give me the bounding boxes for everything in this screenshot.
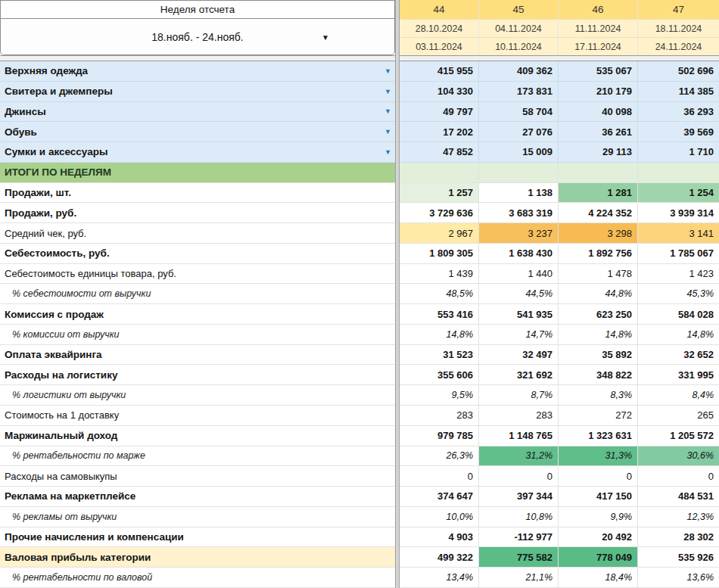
- filter-dropdown-icon[interactable]: ▼: [384, 107, 391, 115]
- row-label-cell[interactable]: Стоимость на 1 доставку: [0, 406, 395, 426]
- value-cell[interactable]: 535 926: [638, 547, 719, 568]
- value-cell[interactable]: 1 138: [479, 183, 559, 204]
- row-label-cell[interactable]: Прочие начисления и компенсации: [0, 527, 395, 548]
- value-cell[interactable]: 31,2%: [479, 446, 559, 467]
- category-value-cell[interactable]: 27 076: [479, 122, 559, 142]
- value-cell[interactable]: 32 497: [479, 345, 559, 366]
- category-value-cell[interactable]: 415 955: [400, 61, 479, 82]
- value-cell[interactable]: 1 423: [638, 264, 719, 285]
- value-cell[interactable]: 0: [559, 466, 638, 487]
- value-cell[interactable]: 553 416: [400, 304, 479, 325]
- value-cell[interactable]: 44,5%: [479, 284, 559, 304]
- row-label-cell[interactable]: Себестоимость, руб.: [0, 244, 395, 264]
- value-cell[interactable]: 9,5%: [400, 385, 479, 406]
- filter-dropdown-icon[interactable]: ▼: [384, 67, 391, 75]
- row-label-cell[interactable]: Валовая прибыль категории: [0, 547, 395, 568]
- category-value-cell[interactable]: 502 696: [638, 61, 719, 82]
- value-cell[interactable]: 1 892 756: [559, 244, 638, 264]
- value-cell[interactable]: 44,8%: [559, 284, 638, 304]
- totals-empty-cell[interactable]: [479, 163, 559, 183]
- value-cell[interactable]: 484 531: [638, 487, 719, 507]
- value-cell[interactable]: 321 692: [479, 365, 559, 385]
- category-value-cell[interactable]: 39 569: [638, 122, 719, 142]
- week-number-cell[interactable]: 44: [400, 0, 478, 19]
- category-value-cell[interactable]: 17 202: [400, 122, 479, 142]
- value-cell[interactable]: 1 478: [559, 264, 638, 285]
- category-label-cell[interactable]: Обувь▼: [0, 122, 395, 142]
- value-cell[interactable]: 0: [479, 466, 559, 487]
- filter-dropdown-icon[interactable]: ▼: [384, 128, 391, 135]
- row-label-cell[interactable]: Продажи, руб.: [0, 203, 395, 223]
- value-cell[interactable]: 355 606: [400, 365, 479, 385]
- value-cell[interactable]: 2 967: [400, 223, 479, 244]
- value-cell[interactable]: 8,3%: [559, 385, 638, 406]
- week-end-date-cell[interactable]: 10.11.2024: [479, 37, 558, 55]
- category-value-cell[interactable]: 535 067: [559, 61, 638, 82]
- value-cell[interactable]: 14,7%: [479, 325, 559, 345]
- value-cell[interactable]: 13,4%: [400, 568, 479, 588]
- value-cell[interactable]: 417 150: [559, 487, 638, 507]
- value-cell[interactable]: 3 729 636: [400, 203, 479, 223]
- row-label-cell[interactable]: Маржинальный доход: [0, 426, 395, 446]
- value-cell[interactable]: 14,8%: [559, 325, 638, 345]
- value-cell[interactable]: 1 439: [400, 264, 479, 285]
- value-cell[interactable]: 979 785: [400, 426, 479, 446]
- category-value-cell[interactable]: 49 797: [400, 102, 479, 123]
- value-cell[interactable]: 1 440: [479, 264, 559, 285]
- row-label-cell[interactable]: Расходы на логистику: [0, 365, 395, 385]
- row-label-cell[interactable]: Расходы на самовыкупы: [0, 466, 395, 487]
- value-cell[interactable]: 48,5%: [400, 284, 479, 304]
- category-value-cell[interactable]: 36 261: [559, 122, 638, 142]
- week-range-dropdown[interactable]: 18.нояб. - 24.нояб. ▼: [0, 18, 395, 55]
- category-value-cell[interactable]: 15 009: [479, 142, 559, 163]
- week-start-date-cell[interactable]: 04.11.2024: [479, 19, 558, 37]
- value-cell[interactable]: 283: [400, 406, 479, 426]
- week-start-date-cell[interactable]: 18.11.2024: [638, 19, 719, 37]
- value-cell[interactable]: 9,9%: [559, 507, 638, 527]
- value-cell[interactable]: 775 582: [479, 547, 559, 568]
- value-cell[interactable]: 1 281: [559, 183, 638, 204]
- value-cell[interactable]: 31,3%: [559, 446, 638, 467]
- value-cell[interactable]: 1 254: [638, 183, 719, 204]
- value-cell[interactable]: 1 809 305: [400, 244, 479, 264]
- row-label-cell[interactable]: Средний чек, руб.: [0, 223, 395, 244]
- value-cell[interactable]: 265: [638, 406, 719, 426]
- week-number-cell[interactable]: 45: [479, 0, 558, 19]
- category-label-cell[interactable]: Джинсы▼: [0, 102, 395, 123]
- week-end-date-cell[interactable]: 17.11.2024: [559, 37, 637, 55]
- week-end-date-cell[interactable]: 03.11.2024: [400, 37, 478, 55]
- value-cell[interactable]: 541 935: [479, 304, 559, 325]
- row-label-cell[interactable]: Себестоимость единицы товара, руб.: [0, 264, 395, 285]
- row-label-cell[interactable]: Продажи, шт.: [0, 183, 395, 204]
- totals-header-cell[interactable]: ИТОГИ ПО НЕДЕЛЯМ: [0, 163, 395, 183]
- row-label-cell[interactable]: % рентабельности по валовой: [0, 568, 395, 588]
- value-cell[interactable]: 331 995: [638, 365, 719, 385]
- value-cell[interactable]: 28 302: [638, 527, 719, 548]
- value-cell[interactable]: 35 892: [559, 345, 638, 366]
- value-cell[interactable]: 272: [559, 406, 638, 426]
- value-cell[interactable]: 31 523: [400, 345, 479, 366]
- value-cell[interactable]: 13,6%: [638, 568, 719, 588]
- row-label-cell[interactable]: Реклама на маркетплейсе: [0, 487, 395, 507]
- row-label-cell[interactable]: % рекламы от выручки: [0, 507, 395, 527]
- totals-empty-cell[interactable]: [400, 163, 479, 183]
- category-value-cell[interactable]: 409 362: [479, 61, 559, 82]
- value-cell[interactable]: 283: [479, 406, 559, 426]
- value-cell[interactable]: 499 322: [400, 547, 479, 568]
- value-cell[interactable]: 14,8%: [400, 325, 479, 345]
- category-value-cell[interactable]: 36 293: [638, 102, 719, 123]
- value-cell[interactable]: 21,1%: [479, 568, 559, 588]
- value-cell[interactable]: 1 323 631: [559, 426, 638, 446]
- value-cell[interactable]: 348 822: [559, 365, 638, 385]
- value-cell[interactable]: 45,3%: [638, 284, 719, 304]
- value-cell[interactable]: 1 257: [400, 183, 479, 204]
- filter-dropdown-icon[interactable]: ▼: [384, 148, 391, 156]
- week-number-cell[interactable]: 47: [638, 0, 719, 19]
- row-label-cell[interactable]: % себестоимости от выручки: [0, 284, 395, 304]
- value-cell[interactable]: 3 141: [638, 223, 719, 244]
- totals-empty-cell[interactable]: [559, 163, 638, 183]
- value-cell[interactable]: 4 224 352: [559, 203, 638, 223]
- row-label-cell[interactable]: % логистики от выручки: [0, 385, 395, 406]
- row-label-cell[interactable]: Оплата эквайринга: [0, 345, 395, 366]
- value-cell[interactable]: -112 977: [479, 527, 559, 548]
